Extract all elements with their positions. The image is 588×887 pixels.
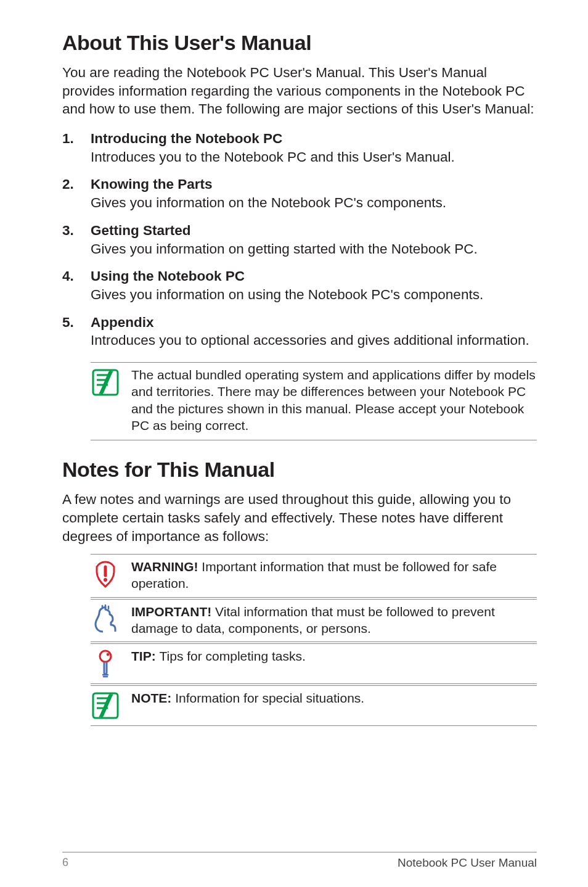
- list-item: Appendix Introduces you to optional acce…: [62, 313, 537, 350]
- heading-notes: Notes for This Manual: [62, 458, 537, 482]
- note-box: NOTE: Information for special situations…: [91, 685, 537, 726]
- important-label: IMPORTANT!: [131, 604, 215, 619]
- intro-paragraph-2: A few notes and warnings are used throug…: [62, 490, 537, 545]
- tip-label: TIP:: [131, 649, 160, 663]
- section-desc: Introduces you to optional accessories a…: [91, 331, 537, 350]
- tip-box: TIP: Tips for completing tasks.: [91, 643, 537, 684]
- section-title: Knowing the Parts: [91, 175, 537, 194]
- note-text: IMPORTANT! Vital information that must b…: [131, 603, 537, 637]
- note-box-system: The actual bundled operating system and …: [91, 362, 537, 440]
- section-desc: Gives you information on the Notebook PC…: [91, 194, 537, 212]
- section-title: Appendix: [91, 313, 537, 332]
- note-body: Information for special situations.: [175, 691, 364, 705]
- sections-list: Introducing the Notebook PC Introduces y…: [62, 130, 537, 350]
- page-footer: 6 Notebook PC User Manual: [62, 852, 537, 870]
- intro-paragraph-1: You are reading the Notebook PC User's M…: [62, 64, 537, 118]
- section-title: Introducing the Notebook PC: [91, 130, 537, 148]
- tip-icon: [91, 649, 120, 679]
- svg-point-2: [100, 651, 111, 662]
- note-label: NOTE:: [131, 691, 175, 705]
- svg-point-1: [104, 578, 107, 582]
- note-icon: [91, 691, 120, 720]
- svg-point-3: [107, 653, 110, 656]
- warning-label: WARNING!: [131, 559, 202, 574]
- note-icon: [91, 368, 120, 397]
- section-title: Getting Started: [91, 221, 537, 240]
- heading-about: About This User's Manual: [62, 31, 537, 55]
- warning-icon: [91, 559, 120, 589]
- note-text: WARNING! Important information that must…: [131, 558, 537, 592]
- section-desc: Introduces you to the Notebook PC and th…: [91, 148, 537, 167]
- list-item: Knowing the Parts Gives you information …: [62, 175, 537, 212]
- list-item: Introducing the Notebook PC Introduces y…: [62, 130, 537, 166]
- page-number: 6: [62, 856, 68, 870]
- section-desc: Gives you information on getting started…: [91, 240, 537, 258]
- section-title: Using the Notebook PC: [91, 267, 537, 286]
- important-box: IMPORTANT! Vital information that must b…: [91, 599, 537, 643]
- tip-body: Tips for completing tasks.: [160, 649, 306, 663]
- note-text: TIP: Tips for completing tasks.: [131, 648, 306, 664]
- list-item: Using the Notebook PC Gives you informat…: [62, 267, 537, 303]
- note-text: NOTE: Information for special situations…: [131, 690, 364, 706]
- document-title: Notebook PC User Manual: [398, 856, 537, 870]
- important-icon: [91, 604, 120, 634]
- section-desc: Gives you information on using the Noteb…: [91, 286, 537, 304]
- warning-box: WARNING! Important information that must…: [91, 554, 537, 598]
- note-text: The actual bundled operating system and …: [131, 366, 537, 434]
- list-item: Getting Started Gives you information on…: [62, 221, 537, 258]
- notes-group: WARNING! Important information that must…: [91, 554, 537, 726]
